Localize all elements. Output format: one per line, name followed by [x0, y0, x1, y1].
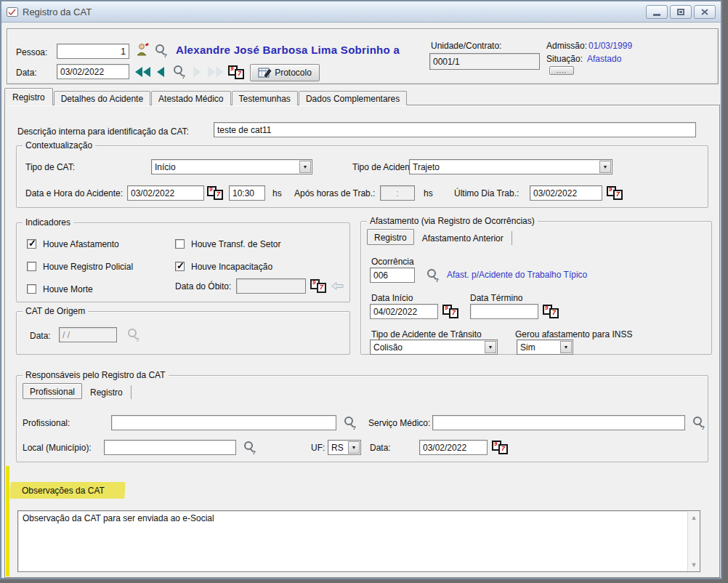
checkbox-houve-registro-policial[interactable] [27, 262, 36, 271]
data-inicio-input[interactable] [370, 304, 438, 319]
uf-select[interactable]: RS [328, 440, 361, 455]
calendar-icon[interactable] [207, 186, 223, 200]
clear-date-arrow-icon[interactable] [331, 281, 344, 291]
tipo-cat-select[interactable]: Início [151, 159, 312, 174]
next-record-icon[interactable] [193, 66, 201, 78]
checkbox-houve-afastamento[interactable] [27, 239, 36, 249]
servico-medico-label: Serviço Médico: [368, 418, 430, 428]
inss-select[interactable]: Sim [517, 339, 573, 355]
window-title: Registro da CAT [23, 7, 92, 17]
tab-registro[interactable]: Registro [4, 88, 53, 105]
chevron-down-icon[interactable] [485, 341, 496, 353]
search-icon[interactable] [127, 329, 139, 341]
descricao-label: Descrição interna para identificação da … [17, 126, 189, 137]
tab-detalhes-do-acidente[interactable]: Detalhes do Acidente [54, 91, 150, 105]
hs-label: hs [424, 188, 433, 198]
tab-dados-complementares[interactable]: Dados Complementares [299, 91, 407, 105]
tab-responsaveis-registro[interactable]: Registro [82, 385, 132, 399]
person-icon[interactable] [135, 42, 150, 57]
checkbox-houve-morte[interactable] [27, 284, 36, 294]
chevron-down-icon[interactable] [348, 441, 360, 454]
first-record-icon[interactable] [135, 66, 150, 78]
admissao-value: 01/03/1999 [589, 41, 632, 51]
profissional-input[interactable] [111, 415, 336, 430]
calendar-icon[interactable] [607, 186, 623, 200]
last-record-icon[interactable] [208, 66, 223, 78]
observacoes-textarea[interactable]: Observação da CAT para ser enviada ao e-… [17, 510, 700, 572]
checkbox-label: Houve Afastamento [43, 239, 119, 249]
calendar-icon[interactable] [543, 305, 559, 318]
responsaveis-data-input[interactable] [419, 440, 488, 455]
data-termino-input[interactable] [470, 304, 538, 319]
tipo-acidente-select[interactable]: Trajeto [409, 159, 612, 174]
chevron-down-icon[interactable] [599, 161, 611, 173]
minimize-button[interactable] [646, 5, 668, 19]
calendar-icon[interactable] [310, 279, 326, 293]
cat-origem-data-label: Data: [30, 331, 51, 341]
search-servico-medico-icon[interactable] [692, 417, 705, 429]
search-profissional-icon[interactable] [344, 417, 356, 429]
chevron-down-icon[interactable] [560, 341, 572, 353]
tab-testemunhas[interactable]: Testemunhas [232, 91, 298, 105]
calendar-icon[interactable] [492, 441, 508, 454]
tab-afastamento-anterior[interactable]: Afastamento Anterior [414, 231, 512, 245]
calendar-icon[interactable] [442, 305, 458, 318]
checkbox-houve-incapacitacao[interactable] [175, 262, 185, 271]
header-panel: Pessoa: Alexandre José Barbosa Lima Sobr… [7, 28, 719, 84]
scrollbar[interactable]: ▲ ▼ [687, 511, 700, 571]
pessoa-input[interactable] [57, 44, 129, 59]
protocolo-button[interactable]: Protocolo [250, 64, 320, 81]
responsaveis-tabs: Profissional Registro [23, 383, 132, 399]
ocorrencia-input[interactable] [370, 268, 415, 283]
search-person-icon[interactable] [155, 44, 167, 57]
situacao-label: Situação: [546, 54, 583, 64]
chevron-down-icon[interactable] [299, 161, 311, 173]
close-button[interactable] [694, 5, 716, 19]
inss-label: Gerou afastamento para INSS [515, 329, 632, 339]
tab-afastamento-registro[interactable]: Registro [367, 229, 414, 245]
checkbox-label: Houve Registro Policial [43, 262, 133, 272]
ultimo-dia-input[interactable] [530, 185, 602, 201]
transito-select[interactable]: Colisão [370, 339, 498, 355]
tab-atestado-medico[interactable]: Atestado Médico [151, 91, 230, 105]
cat-origem-data-input[interactable] [59, 327, 117, 342]
servico-medico-input[interactable] [432, 415, 685, 430]
maximize-icon [677, 9, 684, 15]
responsaveis-title: Responsáveis pelo Registro da CAT [23, 370, 169, 380]
search-date-icon[interactable] [173, 65, 185, 78]
contextualizacao-title: Contextualização [23, 140, 95, 150]
search-local-icon[interactable] [243, 441, 256, 454]
data-hora-acidente-label: Data e Hora do Acidente: [25, 188, 123, 198]
tab-profissional[interactable]: Profissional [23, 383, 82, 399]
local-label: Local (Município): [23, 443, 92, 453]
data-input[interactable] [57, 64, 129, 79]
local-input[interactable] [104, 440, 236, 455]
scroll-up-icon[interactable]: ▲ [688, 514, 700, 521]
registro-cat-window: Registro da CAT Pessoa: Alexandre José B… [0, 0, 722, 579]
hora-acidente-input[interactable] [229, 185, 265, 201]
scroll-down-icon[interactable]: ▼ [688, 561, 700, 568]
ocorrencia-descricao: Afast. p/Acidente do Trabalho Típico [447, 270, 587, 280]
checkbox-label: Houve Transf. de Setor [191, 239, 280, 249]
titlebar[interactable]: Registro da CAT [1, 1, 721, 23]
situacao-more-button[interactable]: .... [549, 66, 574, 75]
profissional-label: Profissional: [23, 418, 70, 428]
protocolo-icon [258, 67, 272, 79]
maximize-button[interactable] [670, 5, 692, 19]
contextualizacao-group: Contextualização Tipo de CAT: Início Tip… [16, 145, 708, 208]
close-icon [701, 9, 708, 15]
previous-record-icon[interactable] [157, 66, 164, 78]
search-ocorrencia-icon[interactable] [426, 269, 439, 281]
ocorrencia-label: Ocorrência [371, 257, 414, 267]
data-acidente-input[interactable] [127, 185, 204, 201]
unidade-contrato-input[interactable] [429, 53, 540, 70]
unidade-contrato-label: Unidade/Contrato: [431, 41, 501, 51]
descricao-input[interactable] [214, 122, 696, 137]
calendar-icon[interactable] [228, 65, 244, 79]
afastamento-tabs: Registro Afastamento Anterior [367, 229, 512, 245]
data-termino-label: Data Término [470, 293, 522, 303]
apos-horas-input[interactable] [380, 185, 415, 201]
data-obito-input[interactable] [236, 278, 306, 294]
person-name: Alexandre José Barbosa Lima Sobrinho a [176, 44, 400, 56]
checkbox-houve-transf-setor[interactable] [175, 239, 185, 249]
